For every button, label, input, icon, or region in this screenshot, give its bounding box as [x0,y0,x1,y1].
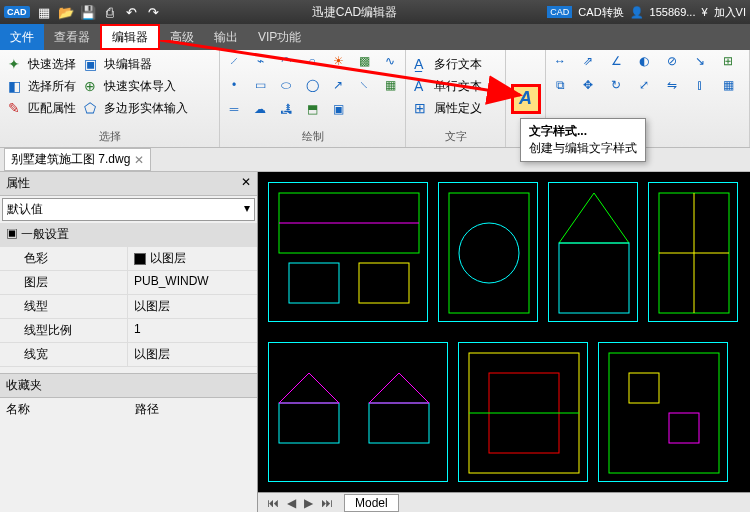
line-icon[interactable]: ⟋ [226,53,242,69]
ribbon-group-select: ✦快速选择 ▣块编辑器 ◧选择所有 ⊕快速实体导入 ✎匹配属性 ⬠多边形实体输入… [0,50,220,147]
copy-icon[interactable]: ⧉ [552,77,568,93]
prev-icon[interactable]: ◀ [284,496,299,510]
scale-icon[interactable]: ⤢ [636,77,652,93]
dim-diam-icon[interactable]: ⊘ [664,53,680,69]
drawing-thumb [269,183,427,321]
match-props-button[interactable]: ✎匹配属性 [6,98,78,119]
property-row[interactable]: 线型以图层 [0,295,257,319]
menu-advanced[interactable]: 高级 [160,24,204,50]
save-icon[interactable]: 💾 [80,4,96,20]
model-tab[interactable]: Model [344,494,399,512]
circle-icon[interactable]: ○ [304,53,320,69]
rotate-icon[interactable]: ↻ [608,77,624,93]
menu-vip[interactable]: VIP功能 [248,24,311,50]
light-icon[interactable]: ☀ [330,53,346,69]
property-row[interactable]: 线型比例1 [0,319,257,343]
menu-editor[interactable]: 编辑器 [100,24,160,50]
donut-icon[interactable]: ◯ [304,77,320,93]
prop-key: 色彩 [0,247,128,270]
prop-key: 线宽 [0,343,128,366]
polygon-icon: ⬠ [84,100,100,116]
app-logo: CAD [4,6,30,18]
spline-icon[interactable]: ∿ [382,53,398,69]
text-style-button[interactable]: A [511,84,541,114]
leader-icon[interactable]: ↘ [692,53,708,69]
select-all-button[interactable]: ◧选择所有 [6,76,78,97]
fav-col-name: 名称 [0,398,129,421]
ribbon-group-text: A̲多行文本 A单行文本 ⊞属性定义 文字 [406,50,506,147]
phone-label: 155869... [650,6,696,18]
move-icon[interactable]: ✥ [580,77,596,93]
hatch-icon[interactable]: ▩ [356,53,372,69]
arc-icon[interactable]: ◠ [278,53,294,69]
open-icon[interactable]: 📂 [58,4,74,20]
document-tab[interactable]: 别墅建筑施工图 7.dwg ✕ [4,148,151,171]
close-panel-icon[interactable]: ✕ [241,175,251,192]
menu-view[interactable]: 查看器 [44,24,100,50]
dim-angular-icon[interactable]: ∠ [608,53,624,69]
region-icon[interactable]: ▦ [382,77,398,93]
dim-radius-icon[interactable]: ◐ [636,53,652,69]
fav-col-path: 路径 [129,398,258,421]
svg-rect-22 [669,413,699,443]
tooltip: 文字样式... 创建与编辑文字样式 [520,118,646,162]
menu-file[interactable]: 文件 [0,24,44,50]
polygon-input-button[interactable]: ⬠多边形实体输入 [82,98,190,119]
rect-icon[interactable]: ▭ [252,77,268,93]
ray-icon[interactable]: ↗ [330,77,346,93]
ribbon-group-draw: ⟋⌁◠○☀▩∿ •▭⬭◯↗⟍▦ ═☁🏞⬒▣ 绘制 [220,50,406,147]
property-row[interactable]: 图层PUB_WINDW [0,271,257,295]
prop-value: 以图层 [128,247,257,270]
default-dropdown[interactable]: 默认值▾ [2,198,255,221]
undo-icon[interactable]: ↶ [124,4,140,20]
mtext-icon: A̲ [414,56,430,72]
last-icon[interactable]: ⏭ [318,496,336,510]
group-label-text: 文字 [412,127,499,144]
properties-header: 属性 ✕ [0,172,257,196]
join-link[interactable]: 加入VI [714,5,746,20]
mline-icon[interactable]: ═ [226,101,242,117]
currency-icon: ¥ [701,6,707,18]
svg-rect-9 [559,243,629,313]
user-icon[interactable]: 👤 [630,6,644,19]
property-row[interactable]: 线宽以图层 [0,343,257,367]
attr-def-button[interactable]: ⊞属性定义 [412,98,484,119]
offset-icon[interactable]: ⫿ [692,77,708,93]
export-icon[interactable]: ⎙ [102,4,118,20]
favorites-title: 收藏夹 [0,373,257,398]
dim-aligned-icon[interactable]: ⇗ [580,53,596,69]
close-tab-icon[interactable]: ✕ [134,153,144,167]
menubar: 文件 查看器 编辑器 高级 输出 VIP功能 [0,24,750,50]
properties-panel: 属性 ✕ 默认值▾ ▣ 一般设置 色彩以图层图层PUB_WINDW线型以图层线型… [0,172,258,512]
drawing-canvas[interactable] [258,172,750,512]
revcloud-icon[interactable]: ☁ [252,101,268,117]
main-area: 属性 ✕ 默认值▾ ▣ 一般设置 色彩以图层图层PUB_WINDW线型以图层线型… [0,172,750,512]
first-icon[interactable]: ⏮ [264,496,282,510]
array-icon[interactable]: ▦ [720,77,736,93]
ellipse-icon[interactable]: ⬭ [278,77,294,93]
point-icon[interactable]: • [226,77,242,93]
boundary-icon[interactable]: ▣ [330,101,346,117]
xline-icon[interactable]: ⟍ [356,77,372,93]
polyline-icon[interactable]: ⌁ [252,53,268,69]
property-row[interactable]: 色彩以图层 [0,247,257,271]
menu-output[interactable]: 输出 [204,24,248,50]
quick-select-button[interactable]: ✦快速选择 [6,54,78,75]
tolerance-icon[interactable]: ⊞ [720,53,736,69]
mirror-icon[interactable]: ⇋ [664,77,680,93]
select-all-icon: ◧ [8,78,24,94]
dim-linear-icon[interactable]: ↔ [552,53,568,69]
import-entity-button[interactable]: ⊕快速实体导入 [82,76,178,97]
brush-icon: ✎ [8,100,24,116]
redo-icon[interactable]: ↷ [146,4,162,20]
stext-button[interactable]: A单行文本 [412,76,484,97]
prop-section-general[interactable]: ▣ 一般设置 [0,223,257,247]
image-icon[interactable]: 🏞 [278,101,294,117]
next-icon[interactable]: ▶ [301,496,316,510]
wipeout-icon[interactable]: ⬒ [304,101,320,117]
mtext-button[interactable]: A̲多行文本 [412,54,484,75]
prop-value: 1 [128,319,257,342]
block-editor-button[interactable]: ▣块编辑器 [82,54,154,75]
convert-link[interactable]: CAD转换 [578,5,623,20]
new-icon[interactable]: ▦ [36,4,52,20]
